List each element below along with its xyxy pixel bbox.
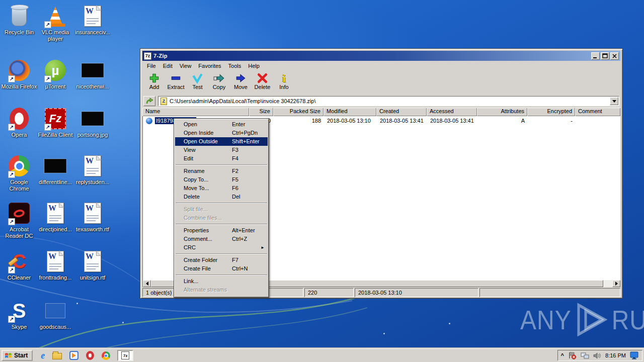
menu-help[interactable]: Help <box>245 62 263 70</box>
up-level-button[interactable] <box>143 96 155 106</box>
menu-item-open-inside[interactable]: Open InsideCtrl+PgDn <box>175 129 268 137</box>
shortcut-arrow-icon: ↗ <box>8 316 15 323</box>
status-modified-date: 2018-03-05 13:10 <box>355 288 478 297</box>
desktop-icon-label: Skype <box>0 324 38 330</box>
action-center-flag-icon[interactable] <box>568 351 577 359</box>
column-header-comment[interactable]: Comment <box>575 108 620 116</box>
desktop-icon-differentline[interactable]: differentline... <box>36 154 74 186</box>
cell-created: 2018-03-05 13:41 <box>377 118 427 124</box>
menu-item-open[interactable]: OpenEnter <box>175 120 268 129</box>
taskbar-button-7zip[interactable]: 7z <box>117 350 133 361</box>
menu-item-combine-files: Combine files... <box>175 214 268 222</box>
menu-item-split-file: Split file... <box>175 205 268 214</box>
maximize-button[interactable] <box>601 52 609 60</box>
desktop-icon-firefox[interactable]: ↗ Mozilla Firefox <box>0 58 38 90</box>
minimize-button[interactable] <box>591 52 600 60</box>
column-header-created[interactable]: Created <box>376 108 427 116</box>
menu-item-crc[interactable]: CRC► <box>175 243 268 252</box>
desktop-icon-ccleaner[interactable]: C ↗ CCleaner <box>0 249 38 281</box>
menu-favorites[interactable]: Favorites <box>195 62 224 70</box>
info-button[interactable]: i Info <box>273 71 295 90</box>
desktop-icon-niceotherwi[interactable]: niceotherwi... <box>73 58 112 90</box>
menu-item-create-folder[interactable]: Create FolderF7 <box>175 256 268 264</box>
menu-file[interactable]: File <box>143 62 159 70</box>
column-header-modified[interactable]: Modified <box>324 108 376 116</box>
desktop-icon-replystuden[interactable]: W replystuden... <box>73 154 112 186</box>
desktop-icon-chrome[interactable]: ↗ Google Chrome <box>0 154 38 192</box>
menu-item-move-to[interactable]: Move To...F6 <box>175 184 268 193</box>
menu-item-rename[interactable]: RenameF2 <box>175 167 268 175</box>
menu-view[interactable]: View <box>176 62 195 70</box>
submenu-arrow-icon: ► <box>261 243 265 252</box>
desktop-icon-directjoined[interactable]: W directjoined... <box>36 201 74 233</box>
column-header-accessed[interactable]: Accessed <box>427 108 477 116</box>
copy-button[interactable]: Copy <box>208 71 230 90</box>
desktop-icon-filezilla[interactable]: Fz ↗ FileZilla Client <box>36 107 74 138</box>
file-type-icon <box>146 118 152 124</box>
start-label: Start <box>14 352 28 359</box>
menu-item-copy-to[interactable]: Copy To...F5 <box>175 175 268 184</box>
menu-item-edit[interactable]: EditF4 <box>175 154 268 163</box>
recycle-bin-icon <box>7 4 31 28</box>
scroll-right-button[interactable] <box>612 280 620 287</box>
column-header-name[interactable]: Name <box>142 108 249 116</box>
desktop-icon-recycle-bin[interactable]: Recycle Bin <box>0 4 38 36</box>
scroll-left-button[interactable] <box>143 280 151 287</box>
desktop-icon-vlc[interactable]: ↗ VLC media player <box>36 4 74 42</box>
menu-item-link[interactable]: Link... <box>175 277 268 286</box>
opera-taskbar-icon[interactable] <box>86 351 94 360</box>
desktop-icon-fronttrading[interactable]: W fronttrading... <box>36 249 74 281</box>
desktop-icon-label: fronttrading... <box>36 275 74 281</box>
menu-item-open-outside[interactable]: Open OutsideShift+Enter <box>175 137 268 146</box>
network-icon[interactable] <box>581 352 589 359</box>
column-header-size[interactable]: Size <box>249 108 273 116</box>
media-player-icon[interactable] <box>69 351 78 360</box>
menu-item-view[interactable]: ViewF3 <box>175 146 268 154</box>
close-button[interactable] <box>610 52 619 60</box>
explorer-folder-icon[interactable] <box>52 353 62 359</box>
info-i-icon: i <box>278 72 290 84</box>
internet-explorer-icon[interactable]: e <box>41 350 45 361</box>
shortcut-arrow-icon: ↗ <box>8 266 15 274</box>
desktop-icon-skype[interactable]: S ↗ Skype <box>0 299 38 330</box>
chrome-taskbar-icon[interactable] <box>102 351 110 360</box>
desktop-icon-opera[interactable]: ↗ Opera <box>0 107 38 138</box>
move-button[interactable]: Move <box>230 71 252 90</box>
desktop-icon-label: FileZilla Client <box>36 132 74 138</box>
desktop-icon-acrobat[interactable]: ↗ Acrobat Reader DC <box>0 201 38 239</box>
sparkle <box>76 303 78 304</box>
address-combobox[interactable]: Z C:\Users\admin\AppData\Local\Temp\invo… <box>158 96 619 106</box>
menu-item-comment[interactable]: Comment...Ctrl+Z <box>175 235 268 243</box>
test-button[interactable]: Test <box>187 71 208 90</box>
menu-item-properties[interactable]: PropertiesAlt+Enter <box>175 226 268 235</box>
column-header-encrypted[interactable]: Encrypted <box>527 108 575 116</box>
desktop-icon-insuranceciv[interactable]: W insuranceciv... <box>73 4 112 36</box>
add-button[interactable]: Add <box>143 71 165 90</box>
extract-button[interactable]: Extract <box>165 71 187 90</box>
clock[interactable]: 8:16 PM <box>605 352 626 358</box>
desktop-icon-texasworth[interactable]: W texasworth.rtf <box>73 201 112 233</box>
desktop-icon-unitsign[interactable]: W unitsign.rtf <box>73 249 112 281</box>
menu-item-delete[interactable]: DeleteDel <box>175 193 268 201</box>
column-header-packed-size[interactable]: Packed Size <box>273 108 324 116</box>
desktop-icon-utorrent[interactable]: µ ↗ µTorrent <box>36 58 74 90</box>
7zip-app-icon: 7z <box>144 52 151 60</box>
image-thumbnail-icon <box>80 107 105 131</box>
tray-expand-icon[interactable]: ^ <box>561 353 564 358</box>
show-desktop-monitor-icon[interactable] <box>630 351 639 359</box>
menu-edit[interactable]: Edit <box>159 62 176 70</box>
desktop-icon-portsong[interactable]: portsong.jpg <box>73 107 112 138</box>
menu-item-create-file[interactable]: Create FileCtrl+N <box>175 264 268 273</box>
title-bar[interactable]: 7z 7-Zip <box>142 51 620 61</box>
address-dropdown-button[interactable] <box>610 97 618 105</box>
delete-x-icon <box>257 72 268 84</box>
volume-icon[interactable] <box>593 352 601 359</box>
delete-button[interactable]: Delete <box>252 71 273 90</box>
desktop-icon-goodscaus[interactable]: goodscaus... <box>36 299 74 330</box>
menu-tools[interactable]: Tools <box>225 62 245 70</box>
start-button[interactable]: Start <box>2 350 33 361</box>
windows-flag-icon <box>5 352 12 359</box>
shortcut-arrow-icon: ↗ <box>44 21 51 28</box>
column-header-attributes[interactable]: Attributes <box>477 108 527 116</box>
utorrent-icon: µ ↗ <box>43 58 67 82</box>
